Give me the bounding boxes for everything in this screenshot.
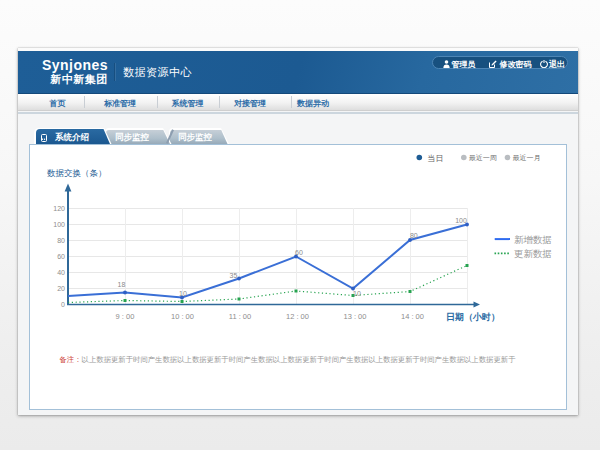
- svg-text:10 : 00: 10 : 00: [171, 312, 194, 321]
- svg-text:11 : 00: 11 : 00: [229, 312, 251, 321]
- svg-text:日期（小时）: 日期（小时）: [446, 312, 500, 322]
- svg-text:最近一月: 最近一月: [513, 154, 541, 162]
- svg-text:20: 20: [57, 285, 65, 292]
- svg-text:备注：以上数据更新于时间产生数据以上数据更新于时间产生数据以: 备注：以上数据更新于时间产生数据以上数据更新于时间产生数据以上数据更新于时间产生…: [60, 355, 516, 364]
- svg-text:数据交换（条）: 数据交换（条）: [47, 168, 107, 178]
- svg-text:100: 100: [53, 221, 65, 228]
- svg-text:最近一周: 最近一周: [469, 154, 497, 161]
- svg-text:9 : 00: 9 : 00: [116, 312, 135, 321]
- svg-text:120: 120: [53, 205, 65, 212]
- svg-text:13 : 00: 13 : 00: [344, 312, 367, 321]
- svg-text:更新数据: 更新数据: [514, 248, 552, 259]
- svg-text:35: 35: [230, 272, 238, 279]
- svg-text:0: 0: [61, 301, 65, 308]
- svg-text:60: 60: [57, 253, 65, 260]
- svg-text:18: 18: [118, 281, 126, 288]
- svg-text:当日: 当日: [428, 154, 444, 163]
- svg-text:12 : 00: 12 : 00: [286, 312, 309, 321]
- svg-text:14 : 00: 14 : 00: [401, 312, 424, 321]
- svg-text:80: 80: [410, 232, 418, 239]
- svg-text:60: 60: [295, 249, 303, 256]
- svg-text:100: 100: [455, 217, 467, 224]
- svg-text:10: 10: [179, 290, 187, 297]
- svg-text:新增数据: 新增数据: [514, 234, 552, 245]
- svg-text:10: 10: [353, 290, 361, 297]
- svg-text:40: 40: [57, 269, 65, 276]
- svg-text:80: 80: [57, 237, 65, 244]
